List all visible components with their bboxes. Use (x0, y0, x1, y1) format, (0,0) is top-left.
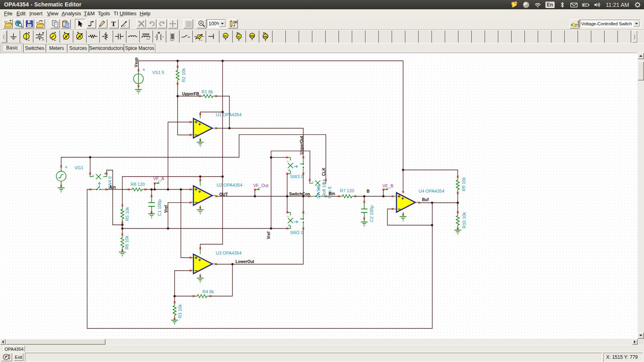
palette-item-inductor[interactable] (126, 31, 140, 43)
label-bin[interactable]: Bin (329, 191, 335, 196)
menu-tools[interactable]: Tools (97, 10, 111, 17)
palette-item-hs-circle-plus[interactable]: HS (259, 31, 272, 43)
hscroll-left-button[interactable] (0, 339, 6, 345)
zoom-level-combobox[interactable]: 100% (207, 19, 226, 28)
component-test-button[interactable] (1, 353, 12, 361)
palette-scroll-left-button[interactable]: ⟨ (1, 31, 6, 43)
label-vs1-5[interactable]: VS1 5 (152, 70, 164, 75)
menu-t-m[interactable]: T&M (83, 10, 96, 17)
palette-item-resistor[interactable] (87, 31, 100, 43)
text-tool-button[interactable]: T (109, 19, 119, 29)
menu-analysis[interactable]: Analysis (60, 10, 82, 17)
label-switchcon[interactable]: SwitchCon (289, 192, 310, 196)
value-label-button[interactable]: 1K (228, 19, 238, 29)
last-component-button[interactable] (86, 19, 96, 29)
grid-toggle-button[interactable] (183, 19, 193, 29)
find-component-button[interactable] (570, 19, 580, 29)
open-recent-button[interactable] (35, 19, 45, 29)
paste-button[interactable] (61, 19, 71, 29)
hscroll-right-button[interactable] (632, 339, 638, 345)
gear-icon[interactable] (634, 1, 642, 9)
select-tool-button[interactable] (75, 19, 85, 29)
wire-tool-button[interactable] (120, 19, 130, 29)
palette-item-ic-circle[interactable]: IC (219, 31, 233, 43)
bluetooth-icon[interactable] (558, 1, 566, 9)
palette-item-voltage-controlled-resistor[interactable]: T (193, 31, 206, 43)
label-vf_a[interactable]: VF_A (153, 176, 165, 181)
label-r10-10k[interactable]: R10 10k (462, 212, 466, 228)
palette-tab-spice-macros[interactable]: Spice Macros (124, 44, 155, 52)
palette-item-capacitor[interactable] (113, 31, 126, 43)
hscroll-thumb[interactable] (6, 339, 105, 345)
zoom-dropdown-button[interactable] (219, 20, 225, 27)
palette-item-coupled-inductors[interactable]: MLL (153, 31, 166, 43)
label-u1-opa4354[interactable]: U1 OPA4354 (216, 112, 242, 117)
vertical-scrollbar[interactable] (638, 53, 644, 339)
palette-item-voltmeter[interactable]: V (60, 31, 73, 43)
label-c1-100p[interactable]: C1 100p (157, 200, 162, 216)
open-file-button[interactable] (3, 19, 13, 29)
palette-item-ic-circle-plus[interactable]: IC (233, 31, 246, 43)
label-r4-8k[interactable]: R4 8k (202, 289, 214, 294)
schematic-canvas[interactable]: ++++++VsupVS1 5R2 10kUpperFBR1 8kU1 OPA4… (0, 53, 638, 339)
label-u4-opa4354[interactable]: U4 OPA4354 (419, 189, 444, 193)
label-lowerout[interactable]: LowerOut (235, 259, 254, 264)
label-c2-100p[interactable]: C2 100p (369, 206, 374, 222)
copy-button[interactable] (50, 19, 60, 29)
label-vref[interactable]: Vref (266, 231, 271, 239)
clock[interactable]: 11:21 AM (605, 2, 630, 8)
label-vf_b[interactable]: VF_B (382, 183, 394, 188)
label-clk[interactable]: CLK (322, 167, 326, 176)
label-vg1[interactable]: VG1 (74, 165, 83, 170)
palette-item-ammeter[interactable]: A (73, 31, 87, 43)
palette-item-hs-circle[interactable]: HS (246, 31, 259, 43)
undo-button[interactable] (147, 19, 157, 29)
label-ain[interactable]: Ain (109, 185, 116, 189)
palette-item-transformer[interactable] (166, 31, 180, 43)
sphere-icon[interactable] (522, 1, 530, 9)
delete-button[interactable] (136, 19, 146, 29)
palette-item-voltage-source[interactable] (20, 31, 33, 43)
schematic-drawing[interactable]: ++++++VsupVS1 5R2 10kUpperFBR1 8kU1 OPA4… (0, 53, 638, 339)
component-selector-combobox[interactable]: Voltage-Controlled Switch (580, 20, 640, 27)
palette-scroll-right-button[interactable]: ⟩ (632, 31, 637, 43)
menu-file[interactable]: File (3, 10, 14, 17)
label-out[interactable]: OUT (219, 192, 228, 197)
vscroll-down-button[interactable] (638, 332, 644, 339)
label-u3-opa4354[interactable]: U3 OPA4354 (216, 251, 242, 255)
label-vf_out[interactable]: VF_Out (253, 183, 268, 188)
label-b[interactable]: B (367, 189, 369, 193)
label-r9-10k[interactable]: R9 10k (461, 177, 466, 191)
menu-view[interactable]: View (46, 10, 60, 17)
redo-button[interactable] (157, 19, 167, 29)
palette-item-ground[interactable] (7, 31, 20, 43)
palette-item-switch[interactable] (180, 31, 193, 43)
menu-edit[interactable]: Edit (15, 10, 27, 17)
palette-tab-meters[interactable]: Meters (46, 44, 67, 52)
label-r1-8k[interactable]: R1 8k (202, 89, 213, 94)
palette-tab-switches[interactable]: Switches (23, 44, 46, 52)
menu-ti-utilities[interactable]: TI Utilities (112, 10, 138, 17)
label-buf[interactable]: Buf (422, 197, 429, 202)
label-r7-120[interactable]: R7 120 (340, 188, 354, 193)
open-web-button[interactable] (14, 19, 24, 29)
chat-notification-icon[interactable]: 4 (510, 1, 518, 9)
draw-tool-button[interactable] (97, 19, 107, 29)
label-sw3-0[interactable]: SW3 0 (290, 174, 303, 179)
zoom-button[interactable] (196, 19, 206, 29)
volume-icon[interactable] (593, 1, 601, 9)
move-origin-button[interactable] (168, 19, 178, 29)
label-u2-opa4354[interactable]: U2 OPA4354 (217, 183, 242, 187)
label-roff-1g[interactable]: Roff 1G (322, 182, 326, 197)
label-sw1-0[interactable]: SW1 0 (316, 185, 321, 198)
label-upperfb[interactable]: UpperFB (182, 92, 199, 96)
label-upperout[interactable]: UpperOut (299, 136, 304, 154)
menu-help[interactable]: Help (138, 10, 152, 17)
palette-tab-sources[interactable]: Sources (67, 44, 89, 52)
save-button[interactable] (24, 19, 34, 29)
document-tab-opa4354[interactable]: OPA4354 (3, 346, 25, 352)
label-vsup[interactable]: Vsup (134, 58, 138, 67)
horizontal-scrollbar[interactable] (0, 339, 638, 345)
menu-insert[interactable]: Insert (28, 10, 44, 17)
keyboard-layout-indicator[interactable]: En (545, 2, 555, 8)
